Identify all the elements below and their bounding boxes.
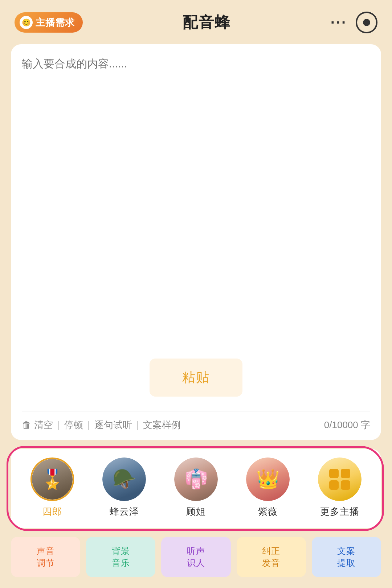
voice-avatar-more xyxy=(318,457,362,501)
voice-section: 四郎 蜂云泽 顾姐 紫薇 xyxy=(11,449,381,528)
func-section: 声音调节 背景音乐 听声识人 纠正发音 文案提取 xyxy=(11,537,381,577)
sound-adjust-button[interactable]: 声音调节 xyxy=(11,537,80,577)
voice-name-more: 更多主播 xyxy=(320,505,359,518)
gujie-avatar-inner xyxy=(174,457,218,501)
voice-item-ziwei[interactable]: 紫薇 xyxy=(234,457,302,518)
more-dot-3 xyxy=(329,480,339,490)
voice-avatar-gujie xyxy=(174,457,218,501)
more-grid xyxy=(326,466,353,493)
trash-icon[interactable]: 🗑 xyxy=(22,419,31,431)
voice-item-silang[interactable]: 四郎 xyxy=(18,457,86,518)
header-right: ··· xyxy=(331,12,377,33)
voice-id-button[interactable]: 听声识人 xyxy=(161,537,230,577)
voice-name-gujie: 顾姐 xyxy=(186,505,206,518)
silang-avatar-inner xyxy=(32,459,73,500)
voice-name-ziwei: 紫薇 xyxy=(258,505,278,518)
header: 😊 主播需求 配音蜂 ··· xyxy=(0,0,392,41)
voice-item-gujie[interactable]: 顾姐 xyxy=(162,457,230,518)
record-inner-dot xyxy=(363,19,370,26)
ziwei-avatar-inner xyxy=(246,457,290,501)
extract-copy-button[interactable]: 文案提取 xyxy=(312,537,381,577)
voice-name-silang: 四郎 xyxy=(42,505,62,518)
voice-item-fengyunze[interactable]: 蜂云泽 xyxy=(90,457,158,518)
sound-adjust-label: 声音调节 xyxy=(37,545,55,569)
extract-copy-label: 文案提取 xyxy=(337,545,355,569)
main-card: 粘贴 🗑 清空 | 停顿 | 逐句试听 | 文案样例 0/10000 字 xyxy=(11,44,381,440)
separator-2: | xyxy=(87,419,90,431)
char-count: 0/10000 字 xyxy=(324,419,370,431)
paste-button[interactable]: 粘贴 xyxy=(150,359,242,397)
voice-name-fengyunze: 蜂云泽 xyxy=(110,505,139,518)
bottom-toolbar: 🗑 清空 | 停顿 | 逐句试听 | 文案样例 0/10000 字 xyxy=(22,411,370,440)
more-avatar-inner xyxy=(318,457,362,501)
voice-avatar-silang xyxy=(30,457,74,501)
toolbar-left: 🗑 清空 | 停顿 | 逐句试听 | 文案样例 xyxy=(22,419,181,431)
content-input[interactable] xyxy=(22,55,370,351)
fengyunze-avatar-inner xyxy=(102,457,146,501)
separator-1: | xyxy=(57,419,60,431)
page-title: 配音蜂 xyxy=(183,12,230,33)
anchor-badge-label: 主播需求 xyxy=(36,16,75,29)
correct-pronunciation-label: 纠正发音 xyxy=(262,545,280,569)
anchor-badge-icon: 😊 xyxy=(20,16,33,29)
anchor-badge-button[interactable]: 😊 主播需求 xyxy=(15,12,83,33)
voice-id-label: 听声识人 xyxy=(187,545,205,569)
example-button[interactable]: 文案样例 xyxy=(143,419,181,431)
bg-music-label: 背景音乐 xyxy=(112,545,130,569)
voice-avatar-fengyunze xyxy=(102,457,146,501)
voice-avatar-ziwei xyxy=(246,457,290,501)
record-button[interactable] xyxy=(356,12,377,33)
separator-3: | xyxy=(136,419,139,431)
voice-list: 四郎 蜂云泽 顾姐 紫薇 xyxy=(18,457,374,518)
voice-item-more[interactable]: 更多主播 xyxy=(306,457,374,518)
pause-button[interactable]: 停顿 xyxy=(64,419,83,431)
more-options-button[interactable]: ··· xyxy=(331,15,347,31)
badge-emoji: 😊 xyxy=(22,18,31,27)
more-dot-1 xyxy=(329,469,339,478)
preview-button[interactable]: 逐句试听 xyxy=(94,419,132,431)
paste-area: 粘贴 xyxy=(22,359,370,397)
header-left: 😊 主播需求 xyxy=(15,12,83,33)
correct-pronunciation-button[interactable]: 纠正发音 xyxy=(237,537,306,577)
bg-music-button[interactable]: 背景音乐 xyxy=(86,537,155,577)
more-dot-4 xyxy=(341,480,350,490)
clear-button[interactable]: 清空 xyxy=(34,419,53,431)
more-dot-2 xyxy=(341,469,350,478)
